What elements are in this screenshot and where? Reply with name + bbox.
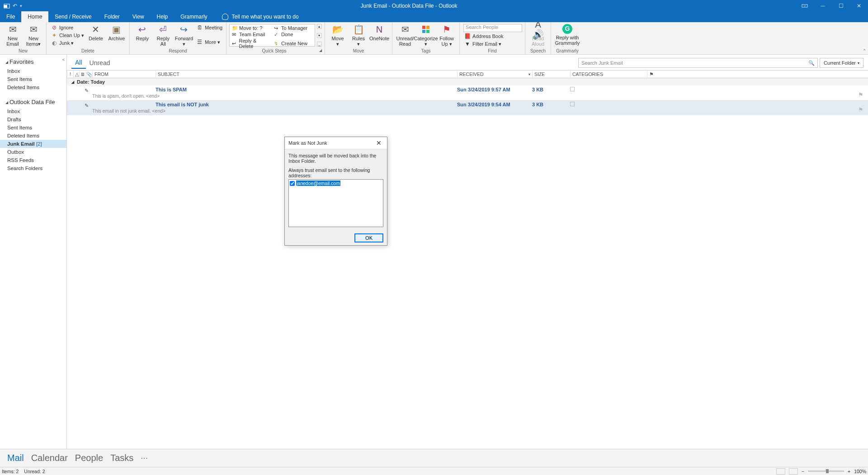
trust-item[interactable]: janedoe@email.com: [290, 180, 382, 186]
col-attachment-icon[interactable]: 📎: [86, 71, 92, 78]
onenote-button[interactable]: NOneNote: [369, 24, 389, 41]
qs-to-manager[interactable]: ↪To Manager: [272, 25, 314, 31]
more-button[interactable]: ☰More ▾: [196, 38, 223, 46]
zoom-out-icon[interactable]: −: [802, 469, 804, 474]
df-outbox[interactable]: Outbox: [0, 148, 66, 156]
tab-home[interactable]: Home: [21, 11, 48, 22]
qat-dropdown-icon[interactable]: ▾: [20, 4, 22, 8]
df-search-folders[interactable]: Search Folders: [0, 164, 66, 172]
col-categories[interactable]: CATEGORIES: [570, 71, 647, 78]
follow-up-flag-icon[interactable]: ⚑: [858, 91, 863, 98]
col-importance-icon[interactable]: !: [67, 71, 73, 78]
unread-read-button[interactable]: ✉Unread/ Read: [395, 24, 415, 47]
tab-grammarly[interactable]: Grammarly: [174, 11, 213, 22]
forward-button[interactable]: ↪Forward▾: [174, 24, 194, 47]
message-row[interactable]: ✎ This is SPAM This is spam, don't open.…: [67, 86, 868, 100]
data-file-section[interactable]: Outlook Data File: [0, 97, 66, 107]
search-people-input[interactable]: Search People: [463, 24, 522, 32]
trust-address-list[interactable]: janedoe@email.com: [288, 179, 383, 227]
zoom-slider[interactable]: [808, 470, 844, 472]
undo-icon[interactable]: ↶: [13, 3, 17, 9]
junk-button[interactable]: ◐Junk ▾: [50, 39, 85, 47]
move-button[interactable]: 📂Move▾: [328, 24, 348, 47]
tab-help[interactable]: Help: [151, 11, 175, 22]
col-from[interactable]: FROM: [92, 71, 156, 78]
read-aloud-button[interactable]: A🔊Read Aloud: [528, 24, 548, 47]
filter-unread[interactable]: Unread: [86, 57, 114, 68]
minimize-icon[interactable]: ─: [814, 0, 832, 11]
nav-tasks[interactable]: Tasks: [110, 453, 133, 463]
reply-all-button[interactable]: ⏎Reply All: [153, 24, 173, 47]
qs-scroll-up[interactable]: ▴: [317, 24, 322, 29]
filter-email-button[interactable]: ▼Filter Email ▾: [463, 40, 522, 48]
categorize-button[interactable]: Categorize▾: [416, 24, 436, 47]
tell-me-search[interactable]: Tell me what you want to do: [214, 11, 299, 22]
meeting-button[interactable]: 🗓Meeting: [196, 24, 223, 31]
nav-more-icon[interactable]: ⋯: [141, 454, 148, 462]
qs-move-to[interactable]: 📁Move to: ?: [230, 25, 272, 31]
col-reminder-icon[interactable]: △: [73, 71, 80, 78]
df-rss[interactable]: RSS Feeds: [0, 156, 66, 164]
delete-button[interactable]: ✕Delete: [86, 24, 106, 41]
nav-people[interactable]: People: [75, 453, 103, 463]
col-filter-icon[interactable]: ⚑: [647, 71, 653, 78]
collapse-ribbon-icon[interactable]: ⌃: [863, 48, 866, 53]
col-icon[interactable]: 🗎: [80, 71, 86, 78]
df-drafts[interactable]: Drafts: [0, 115, 66, 124]
tab-send-receive[interactable]: Send / Receive: [48, 11, 98, 22]
df-inbox[interactable]: Inbox: [0, 107, 66, 115]
col-subject[interactable]: SUBJECT: [156, 71, 457, 78]
fav-inbox[interactable]: Inbox: [0, 67, 66, 75]
qs-done[interactable]: ✓Done: [272, 31, 314, 38]
column-headers: ! △ 🗎 📎 FROM SUBJECT RECEIVED ▾ SIZE CAT…: [67, 70, 868, 78]
follow-up-flag-icon[interactable]: ⚑: [858, 106, 863, 113]
qs-scroll-down[interactable]: ▾: [317, 33, 322, 38]
fav-sent[interactable]: Sent Items: [0, 75, 66, 83]
grammarly-reply-button[interactable]: GReply with Grammarly: [554, 24, 581, 46]
ribbon-options-icon[interactable]: [796, 0, 814, 11]
ignore-button[interactable]: ⊘Ignore: [50, 24, 85, 31]
quick-steps-gallery[interactable]: 📁Move to: ? ↪To Manager ✉Team Email ✓Don…: [229, 24, 315, 47]
zoom-in-icon[interactable]: +: [848, 469, 850, 474]
nav-mail[interactable]: Mail: [7, 453, 24, 463]
trust-email: janedoe@email.com: [296, 180, 340, 186]
close-icon[interactable]: ✕: [850, 0, 868, 11]
filter-all[interactable]: All: [71, 57, 86, 69]
archive-button[interactable]: ▣Archive: [107, 24, 127, 41]
search-input[interactable]: Search Junk Email 🔍: [578, 58, 818, 68]
maximize-icon[interactable]: ☐: [832, 0, 850, 11]
col-size[interactable]: SIZE: [532, 71, 570, 78]
df-sent[interactable]: Sent Items: [0, 124, 66, 132]
dialog-close-icon[interactable]: ✕: [374, 139, 383, 147]
category-box[interactable]: [570, 102, 575, 106]
message-row[interactable]: ✎ This email is NOT junk This email in n…: [67, 100, 868, 115]
df-junk[interactable]: Junk Email [2]: [0, 140, 66, 148]
followup-button[interactable]: ⚑FollowUp ▾: [437, 24, 457, 47]
rules-button[interactable]: 📋Rules▾: [349, 24, 368, 47]
nav-calendar[interactable]: Calendar: [31, 453, 68, 463]
tab-folder[interactable]: Folder: [98, 11, 126, 22]
df-deleted[interactable]: Deleted Items: [0, 132, 66, 140]
view-normal-icon[interactable]: [776, 468, 785, 475]
category-box[interactable]: [570, 87, 575, 91]
view-reading-icon[interactable]: [789, 468, 798, 475]
search-icon[interactable]: 🔍: [808, 60, 815, 66]
date-group-today[interactable]: ◢Date: Today: [67, 78, 868, 86]
reply-button[interactable]: ↩Reply: [132, 24, 152, 41]
col-received[interactable]: RECEIVED ▾: [457, 71, 532, 78]
cleanup-button[interactable]: ✦Clean Up ▾: [50, 32, 85, 39]
trust-checkbox[interactable]: [290, 181, 295, 186]
qs-team-email[interactable]: ✉Team Email: [230, 31, 272, 38]
new-items-button[interactable]: ✉NewItems▾: [24, 24, 43, 47]
group-label-new: New: [3, 48, 43, 54]
tab-file[interactable]: File: [0, 11, 21, 22]
search-scope-button[interactable]: Current Folder▾: [820, 58, 863, 68]
favorites-section[interactable]: Favorites: [0, 57, 66, 67]
collapse-pane-icon[interactable]: <: [62, 57, 65, 62]
new-email-button[interactable]: ✉New Email: [3, 24, 23, 47]
address-book-button[interactable]: 📕Address Book: [463, 33, 522, 40]
qs-expand[interactable]: ⎯: [317, 42, 322, 47]
fav-deleted[interactable]: Deleted Items: [0, 83, 66, 91]
tab-view[interactable]: View: [126, 11, 151, 22]
ok-button[interactable]: OK: [354, 233, 383, 242]
